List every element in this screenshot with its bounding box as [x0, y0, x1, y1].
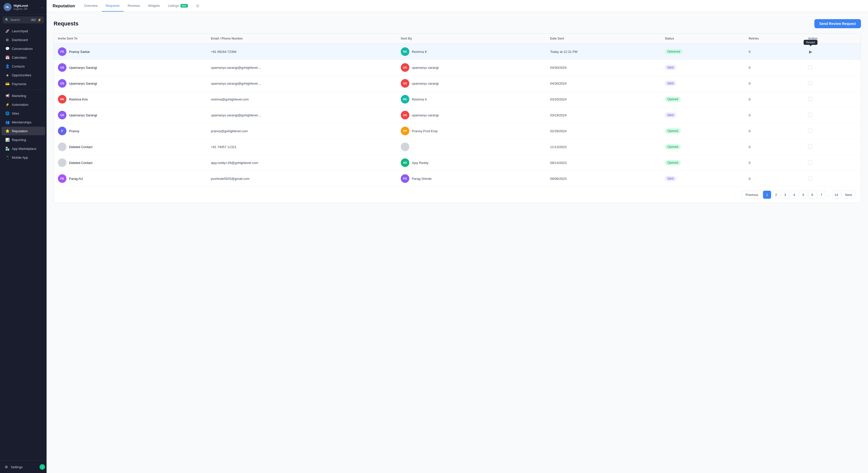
- sidebar-item-conversations[interactable]: 💬 Conversations: [1, 44, 45, 53]
- sidebar-item-automation[interactable]: ⚡ Automation: [1, 100, 45, 109]
- table-row: Deleted Contact ajay.reddy+28@gohighleve…: [54, 155, 861, 171]
- sidebar-item-label: Launchpad: [12, 29, 28, 33]
- tab-widgets[interactable]: Widgets: [144, 0, 164, 11]
- pagination-page-1[interactable]: 1: [763, 191, 771, 199]
- pagination-page-7[interactable]: 7: [817, 191, 826, 199]
- sidebar-item-sites[interactable]: 🌐 Sites: [1, 109, 45, 118]
- sidebar-item-marketing[interactable]: 📢 Marketing: [1, 91, 45, 100]
- cell-retries: 0: [745, 139, 804, 155]
- sidebar-item-label: Mobile App: [12, 156, 28, 159]
- tab-listings[interactable]: Listings New: [164, 0, 192, 11]
- action-checkbox[interactable]: [808, 160, 812, 165]
- tab-overview[interactable]: Overview: [80, 0, 102, 11]
- settings-gear-icon[interactable]: ⚙: [194, 1, 202, 10]
- sidebar-item-label: Conversations: [12, 47, 33, 51]
- sidebar-item-label: Memberships: [12, 120, 31, 124]
- send-review-request-button[interactable]: Send Review Request: [814, 19, 861, 28]
- cell-contact: PA Parag AU: [54, 171, 207, 187]
- cell-retries: 0: [745, 60, 804, 76]
- tab-reviews[interactable]: Reviews: [124, 0, 144, 11]
- pagination-next-button[interactable]: Next: [841, 191, 856, 199]
- table-row: US Upamanyu Sarangi upamanyu.sarangi@goh…: [54, 60, 861, 76]
- cell-sent-by: PP Pranoy Prod Emp: [397, 123, 546, 139]
- sidebar-item-settings[interactable]: ⚙ Settings: [1, 463, 39, 471]
- action-checkbox[interactable]: [808, 176, 812, 180]
- cell-contact: US Upamanyu Sarangi: [54, 60, 207, 76]
- sidebar-item-label: Settings: [11, 465, 23, 469]
- cell-contact: Deleted Contact: [54, 155, 207, 171]
- sidebar-item-dashboard[interactable]: ⊞ Dashboard: [1, 35, 45, 44]
- pagination: Previous 1 2 3 4 5 6 7 ... 14 Next: [54, 186, 861, 203]
- calendars-icon: 📅: [5, 55, 9, 59]
- sites-icon: 🌐: [5, 111, 9, 115]
- contact-avatar: PS: [58, 47, 66, 56]
- sidebar-collapse-button[interactable]: ‹: [39, 464, 45, 470]
- col-status: Status: [661, 33, 745, 44]
- search-bar[interactable]: 🔍 Search ⌘K ⚡: [2, 17, 44, 23]
- cell-retries: 0: [745, 76, 804, 91]
- action-checkbox[interactable]: [808, 129, 812, 133]
- sidebar-item-label: Calendars: [12, 56, 27, 59]
- sidebar-item-reputation[interactable]: ⭐ Reputation: [1, 127, 45, 135]
- cell-email-phone: upamanyu.sarangi@gohighlevel....: [207, 76, 397, 91]
- cell-status: Opened: [661, 123, 745, 139]
- company-name: HighLevel: [13, 4, 41, 7]
- action-checkbox[interactable]: [808, 65, 812, 69]
- sidebar-item-mobile-app[interactable]: 📱 Mobile App: [1, 153, 45, 162]
- search-kbd: ⌘K: [30, 19, 36, 22]
- sidebar-item-reporting[interactable]: 📊 Reporting: [1, 136, 45, 144]
- tab-requests[interactable]: Requests: [102, 0, 124, 11]
- cell-contact: RK Reshma Kris: [54, 91, 207, 107]
- cell-contact: US Upamanyu Sarangi: [54, 76, 207, 91]
- restart-button[interactable]: ▶: [808, 48, 813, 55]
- action-checkbox[interactable]: [808, 81, 812, 85]
- pagination-page-3[interactable]: 3: [781, 191, 789, 199]
- sidebar-item-payments[interactable]: 💳 Payments: [1, 80, 45, 88]
- cell-email-phone: upamanyu.sarangi@gohighlevel....: [207, 60, 397, 76]
- sent-by-name: Parag Shinde: [412, 177, 432, 181]
- contact-name: Deleted Contact: [69, 145, 92, 149]
- cell-status: Opened: [661, 91, 745, 107]
- sidebar-item-label: Reputation: [12, 129, 28, 133]
- restart-tooltip: Restart: [804, 40, 817, 45]
- cell-status: Sent: [661, 171, 745, 187]
- table-row: PA Parag AU pvshinde5925@gmail.com PS Pa…: [54, 171, 861, 187]
- table-row: PS Pranoy Sarkar +91 99164 72394 RK Resh…: [54, 44, 861, 60]
- sidebar-item-contacts[interactable]: 👤 Contacts: [1, 62, 45, 70]
- company-header[interactable]: HL HighLevel Eugene, OR ⌄: [0, 0, 46, 14]
- cell-action: [804, 171, 861, 187]
- cell-email-phone: ajay.reddy+28@gohighlevel.com: [207, 155, 397, 171]
- sidebar-item-memberships[interactable]: 👥 Memberships: [1, 118, 45, 126]
- pagination-page-6[interactable]: 6: [808, 191, 816, 199]
- action-checkbox[interactable]: [808, 113, 812, 117]
- cell-date-sent: 09/13/2023: [546, 155, 661, 171]
- sidebar-item-launchpad[interactable]: 🚀 Launchpad: [1, 27, 45, 35]
- dashboard-icon: ⊞: [5, 38, 9, 42]
- contact-name: Pranoy: [69, 129, 79, 133]
- sidebar-item-app-marketplace[interactable]: 🏪 App Marketplace: [1, 144, 45, 153]
- app-marketplace-icon: 🏪: [5, 147, 9, 151]
- cell-sent-by: US upamanyu sarangi: [397, 76, 546, 91]
- sidebar-item-calendars[interactable]: 📅 Calendars: [1, 53, 45, 62]
- cell-email-phone: +91 74057 11321: [207, 139, 397, 155]
- sidebar-footer: ⚙ Settings ‹: [0, 461, 46, 473]
- action-checkbox[interactable]: [808, 97, 812, 101]
- pagination-page-14[interactable]: 14: [832, 191, 840, 199]
- cell-email-phone: +91 99164 72394: [207, 44, 397, 60]
- col-email-phone: Email / Phone Number: [207, 33, 397, 44]
- pagination-page-2[interactable]: 2: [772, 191, 780, 199]
- cell-status: Opened: [661, 155, 745, 171]
- cell-action: Restart ▶: [804, 44, 861, 60]
- action-checkbox[interactable]: [808, 145, 812, 149]
- pagination-previous-button[interactable]: Previous: [742, 191, 762, 199]
- reputation-icon: ⭐: [5, 129, 9, 133]
- sidebar-item-label: Automation: [12, 103, 28, 107]
- cell-sent-by: AR Ajay Reddy: [397, 155, 546, 171]
- sidebar-item-opportunities[interactable]: ◈ Opportunities: [1, 71, 45, 79]
- content-area: Requests Send Review Request Invite Sent…: [46, 12, 868, 473]
- opportunities-icon: ◈: [5, 73, 9, 77]
- pagination-page-5[interactable]: 5: [799, 191, 807, 199]
- cell-status: Sent: [661, 76, 745, 91]
- pagination-page-4[interactable]: 4: [790, 191, 798, 199]
- sidebar-item-label: Contacts: [12, 64, 25, 68]
